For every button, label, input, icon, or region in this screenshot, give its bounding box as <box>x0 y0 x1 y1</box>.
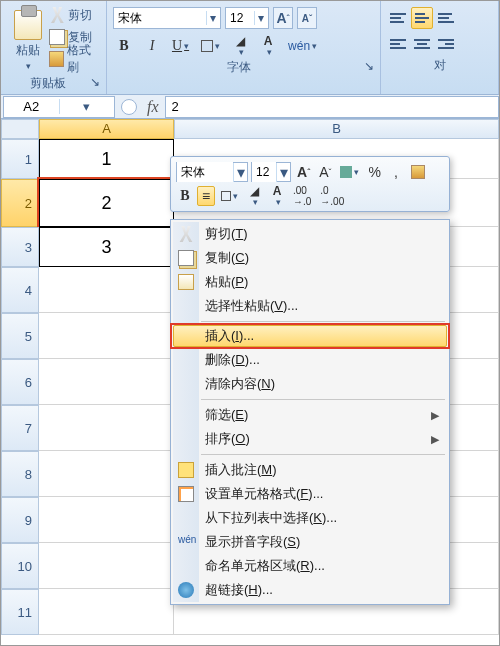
menu-paste[interactable]: 粘贴(P) <box>173 270 447 294</box>
font-size-input[interactable] <box>226 8 254 28</box>
border-button[interactable] <box>198 35 223 57</box>
menu-insert[interactable]: 插入(I)... <box>173 325 447 347</box>
menu-separator <box>201 399 445 400</box>
align-bottom-button[interactable] <box>435 7 457 29</box>
cancel-icon[interactable] <box>121 99 137 115</box>
menu-show-phonetic[interactable]: wén显示拼音字段(S) <box>173 530 447 554</box>
align-middle-button[interactable] <box>411 7 433 29</box>
group-title-font: 字体↘ <box>113 57 374 78</box>
chevron-down-icon[interactable]: ▾ <box>206 11 220 25</box>
align-top-button[interactable] <box>387 7 409 29</box>
cell-a3[interactable]: 3 <box>39 227 174 267</box>
mini-shrink-font-button[interactable]: Aˇ <box>316 162 334 182</box>
menu-insert-comment[interactable]: 插入批注(M) <box>173 458 447 482</box>
mini-font-name-combo[interactable]: ▾ <box>176 162 248 182</box>
mini-format-painter-button[interactable] <box>408 162 428 182</box>
row-header-1[interactable]: 1 <box>1 139 39 179</box>
menu-filter[interactable]: 筛选(E)▶ <box>173 403 447 427</box>
cell-a5[interactable] <box>39 313 174 359</box>
shrink-font-button[interactable]: Aˇ <box>297 7 317 29</box>
submenu-arrow-icon: ▶ <box>431 433 439 446</box>
mini-percent-button[interactable]: % <box>365 162 383 182</box>
menu-cut[interactable]: 剪切(T) <box>173 222 447 246</box>
name-box[interactable]: A2 ▾ <box>3 96 115 118</box>
menu-format-cells[interactable]: 设置单元格格式(F)... <box>173 482 447 506</box>
row-header-10[interactable]: 10 <box>1 543 39 589</box>
mini-style-button[interactable] <box>337 162 362 182</box>
mini-fill-color-button[interactable]: ◢ <box>244 186 264 206</box>
bucket-icon: ◢ <box>250 185 259 197</box>
copy-icon <box>178 250 194 266</box>
row-header-5[interactable]: 5 <box>1 313 39 359</box>
align-center-button[interactable] <box>411 33 433 55</box>
row-header-6[interactable]: 6 <box>1 359 39 405</box>
font-color-button[interactable]: A <box>257 35 279 57</box>
font-name-input[interactable] <box>114 8 206 28</box>
phonetic-button[interactable]: wén <box>285 35 320 57</box>
menu-clear-contents[interactable]: 清除内容(N) <box>173 372 447 396</box>
menu-delete[interactable]: 删除(D)... <box>173 348 447 372</box>
cell-a8[interactable] <box>39 451 174 497</box>
paste-icon <box>14 10 42 40</box>
menu-copy[interactable]: 复制(C) <box>173 246 447 270</box>
row-header-9[interactable]: 9 <box>1 497 39 543</box>
chevron-down-icon[interactable]: ▾ <box>276 163 290 182</box>
mini-decrease-decimal-button[interactable]: .0→.00 <box>317 186 347 206</box>
mini-bold-button[interactable]: B <box>176 186 194 206</box>
ribbon-toolbar: 粘贴 ▾ 剪切 复制 格式刷 剪贴板↘ ▾ ▾ Aˆ Aˇ B <box>1 1 499 95</box>
row-header-2[interactable]: 2 <box>1 179 39 227</box>
comment-icon <box>178 462 194 478</box>
cell-a7[interactable] <box>39 405 174 451</box>
row-header-3[interactable]: 3 <box>1 227 39 267</box>
mini-font-color-button[interactable]: A <box>267 186 287 206</box>
italic-button[interactable]: I <box>141 35 163 57</box>
column-header-a[interactable]: A <box>39 119 174 139</box>
dialog-launcher-icon[interactable]: ↘ <box>90 75 100 89</box>
cell-a4[interactable] <box>39 267 174 313</box>
select-all-corner[interactable] <box>1 119 39 139</box>
row-header-8[interactable]: 8 <box>1 451 39 497</box>
row-header-11[interactable]: 11 <box>1 589 39 635</box>
chevron-down-icon[interactable]: ▾ <box>59 99 115 114</box>
menu-sort[interactable]: 排序(O)▶ <box>173 427 447 451</box>
column-header-b[interactable]: B <box>174 119 499 139</box>
mini-comma-button[interactable]: , <box>387 162 405 182</box>
chevron-down-icon[interactable]: ▾ <box>233 163 247 182</box>
mini-grow-font-button[interactable]: Aˆ <box>294 162 313 182</box>
cell-a1[interactable]: 1 <box>39 139 174 179</box>
menu-hyperlink[interactable]: 超链接(H)... <box>173 578 447 602</box>
cell-a10[interactable] <box>39 543 174 589</box>
paste-button[interactable]: 粘贴 ▾ <box>7 3 49 73</box>
underline-button[interactable]: U <box>169 35 192 57</box>
mini-border-button[interactable] <box>218 186 241 206</box>
phonetic-icon: wén <box>178 534 194 550</box>
cell-a2[interactable]: 2 <box>39 179 174 227</box>
fill-color-button[interactable]: ◢ <box>229 35 251 57</box>
mini-increase-decimal-button[interactable]: .00→.0 <box>290 186 314 206</box>
border-icon <box>201 40 213 52</box>
cut-button[interactable]: 剪切 <box>49 5 100 25</box>
cell-a6[interactable] <box>39 359 174 405</box>
font-size-combo[interactable]: ▾ <box>225 7 269 29</box>
cell-a9[interactable] <box>39 497 174 543</box>
menu-pick-from-dropdown[interactable]: 从下拉列表中选择(K)... <box>173 506 447 530</box>
row-header-4[interactable]: 4 <box>1 267 39 313</box>
mini-font-size-combo[interactable]: ▾ <box>251 162 291 182</box>
align-right-button[interactable] <box>435 33 457 55</box>
font-name-combo[interactable]: ▾ <box>113 7 221 29</box>
cell-a11[interactable] <box>39 589 174 635</box>
grow-font-button[interactable]: Aˆ <box>273 7 293 29</box>
fx-button[interactable]: fx <box>141 98 165 116</box>
style-icon <box>340 166 352 178</box>
bold-button[interactable]: B <box>113 35 135 57</box>
submenu-arrow-icon: ▶ <box>431 409 439 422</box>
row-header-7[interactable]: 7 <box>1 405 39 451</box>
mini-align-center-button[interactable]: ≡ <box>197 186 215 206</box>
menu-name-range[interactable]: 命名单元格区域(R)... <box>173 554 447 578</box>
dialog-launcher-icon[interactable]: ↘ <box>364 59 374 73</box>
menu-paste-special[interactable]: 选择性粘贴(V)... <box>173 294 447 318</box>
chevron-down-icon[interactable]: ▾ <box>254 11 268 25</box>
align-left-button[interactable] <box>387 33 409 55</box>
format-painter-button[interactable]: 格式刷 <box>49 49 100 69</box>
formula-input[interactable]: 2 <box>165 96 499 118</box>
